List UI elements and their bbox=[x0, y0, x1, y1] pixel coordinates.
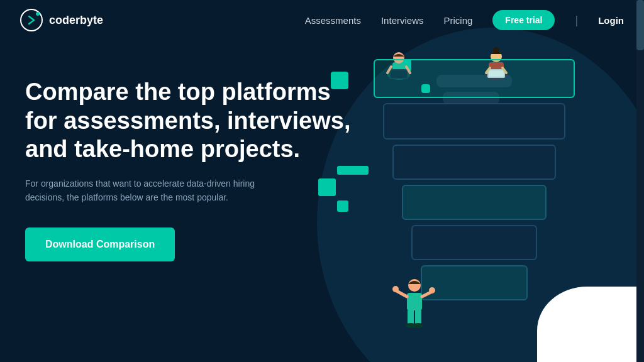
person-bottom-figure bbox=[389, 273, 440, 336]
hero-content: Compare the top platforms for assessment… bbox=[25, 65, 352, 261]
funnel-level-1 bbox=[374, 59, 575, 98]
svg-point-2 bbox=[36, 12, 40, 16]
svg-point-23 bbox=[413, 323, 423, 328]
nav-assessments[interactable]: Assessments bbox=[305, 15, 361, 26]
funnel-level-4 bbox=[402, 185, 547, 220]
funnel-level-5 bbox=[411, 225, 537, 260]
nav-divider: | bbox=[575, 14, 578, 27]
svg-rect-20 bbox=[408, 309, 414, 324]
nav-interviews[interactable]: Interviews bbox=[381, 15, 424, 26]
nav-pricing[interactable]: Pricing bbox=[443, 15, 472, 26]
scrollbar[interactable] bbox=[636, 0, 644, 362]
hero-illustration bbox=[311, 40, 625, 362]
svg-point-26 bbox=[392, 286, 399, 292]
svg-point-13 bbox=[493, 47, 499, 53]
download-comparison-button[interactable]: Download Comparison bbox=[25, 228, 175, 261]
nav-links: Assessments Interviews Pricing Free tria… bbox=[305, 10, 624, 30]
logo-text: coderbyte bbox=[49, 14, 103, 27]
svg-rect-19 bbox=[407, 293, 422, 310]
svg-rect-21 bbox=[415, 309, 421, 324]
login-link[interactable]: Login bbox=[598, 15, 624, 26]
svg-point-27 bbox=[429, 287, 435, 293]
funnel-level-3 bbox=[392, 145, 556, 180]
hero-subtitle: For organizations that want to accelerat… bbox=[25, 177, 289, 205]
hero-title: Compare the top platforms for assessment… bbox=[25, 78, 352, 164]
hero-section: Compare the top platforms for assessment… bbox=[0, 40, 644, 362]
free-trial-button[interactable]: Free trial bbox=[492, 10, 555, 30]
navbar: coderbyte Assessments Interviews Pricing… bbox=[0, 0, 644, 40]
funnel-level-2 bbox=[383, 103, 565, 140]
logo-icon bbox=[20, 9, 43, 31]
logo[interactable]: coderbyte bbox=[20, 9, 103, 31]
